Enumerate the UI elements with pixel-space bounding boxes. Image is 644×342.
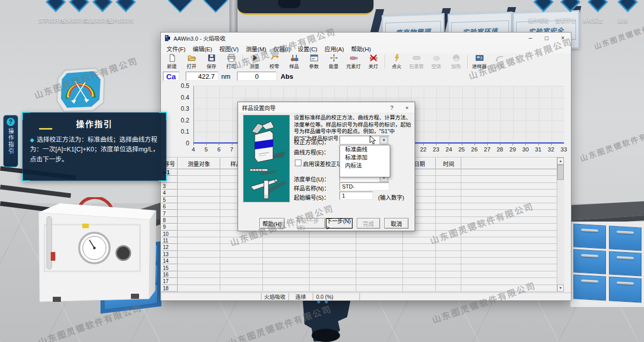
table-cell[interactable]: [403, 264, 436, 271]
table-cell[interactable]: [310, 251, 356, 258]
table-cell[interactable]: [220, 271, 263, 278]
toolbar-button-print[interactable]: 打印: [221, 53, 241, 70]
toolbar-button-lamp-on[interactable]: 元素灯: [344, 53, 363, 70]
table-cell[interactable]: [403, 271, 436, 278]
toolbar-button-new[interactable]: 新建: [162, 53, 182, 70]
help-button[interactable]: 帮助(H): [259, 218, 285, 229]
hud-item-image-knowledge[interactable]: 图片知识点: [98, 0, 144, 24]
table-cell[interactable]: [436, 197, 461, 203]
menu-edit[interactable]: 编辑(E): [189, 45, 216, 53]
table-cell[interactable]: [436, 217, 461, 224]
table-cell[interactable]: [310, 285, 356, 292]
table-cell[interactable]: [220, 278, 263, 285]
sample-name-field[interactable]: STD-: [340, 182, 389, 191]
table-cell[interactable]: [220, 244, 263, 251]
table-cell[interactable]: [436, 258, 461, 264]
table-cell[interactable]: [403, 251, 436, 258]
toolbar-button-autosampler[interactable]: 进样器: [469, 53, 489, 70]
table-cell[interactable]: [461, 210, 564, 216]
error-correction-checkbox[interactable]: [295, 160, 301, 166]
table-cell[interactable]: [178, 271, 220, 278]
table-cell[interactable]: [263, 285, 310, 292]
table-cell[interactable]: [356, 251, 403, 258]
table-cell[interactable]: [356, 271, 403, 278]
table-cell[interactable]: [436, 210, 461, 216]
table-cell[interactable]: [178, 251, 220, 258]
table-cell[interactable]: [220, 258, 263, 264]
table-cell[interactable]: [403, 237, 436, 244]
table-cell[interactable]: [436, 244, 461, 251]
table-cell[interactable]: [178, 231, 220, 237]
table-cell[interactable]: [461, 264, 564, 271]
table-cell[interactable]: [403, 231, 436, 237]
table-cell[interactable]: [310, 278, 356, 285]
table-cell[interactable]: [403, 258, 436, 264]
table-cell[interactable]: [436, 231, 461, 237]
table-cell[interactable]: [220, 251, 263, 258]
table-cell[interactable]: [356, 244, 403, 251]
chevron-down-icon[interactable]: ▼: [380, 137, 388, 144]
table-cell[interactable]: [461, 197, 564, 203]
table-cell[interactable]: [178, 244, 220, 251]
scroll-up-icon[interactable]: ▲: [557, 158, 564, 165]
menu-file[interactable]: 文件(F): [163, 45, 189, 53]
table-cell[interactable]: [220, 237, 263, 244]
table-cell[interactable]: [220, 231, 263, 237]
table-cell[interactable]: [436, 237, 461, 244]
menu-instrument[interactable]: 仪器(I): [270, 45, 294, 53]
table-cell[interactable]: [220, 285, 263, 292]
toolbar-button-zero[interactable]: 校零: [264, 53, 284, 70]
guide-tab[interactable]: ? 操作指引: [3, 115, 18, 167]
scrollbar-thumb[interactable]: [557, 165, 564, 180]
table-cell[interactable]: [403, 244, 436, 251]
table-cell[interactable]: [178, 169, 220, 176]
table-cell[interactable]: [178, 224, 220, 230]
dialog-help-icon[interactable]: ?: [384, 102, 399, 113]
table-cell[interactable]: [403, 278, 436, 285]
dialog-close-icon[interactable]: ×: [399, 102, 415, 113]
toolbar-button-sample[interactable]: 样品: [284, 53, 304, 70]
table-cell[interactable]: [356, 285, 403, 292]
table-cell[interactable]: [461, 278, 564, 285]
dropdown-option-standard-curve[interactable]: 标准曲线: [340, 145, 390, 153]
table-cell[interactable]: [263, 237, 310, 244]
table-cell[interactable]: [461, 244, 564, 251]
toolbar-button-params[interactable]: 参数: [304, 53, 324, 70]
menu-settings[interactable]: 设置(C): [294, 45, 321, 53]
table-cell[interactable]: [178, 217, 220, 224]
table-cell[interactable]: [220, 264, 263, 271]
table-cell[interactable]: [436, 183, 461, 190]
table-cell[interactable]: [310, 271, 356, 278]
table-cell[interactable]: [356, 237, 403, 244]
table-cell[interactable]: [436, 190, 461, 196]
table-cell[interactable]: [263, 264, 310, 271]
table-cell[interactable]: [178, 264, 220, 271]
table-cell[interactable]: [178, 197, 220, 203]
table-cell[interactable]: [310, 237, 356, 244]
toolbar-button-lamp-off[interactable]: 关灯: [363, 53, 383, 70]
menu-measure[interactable]: 测量(M): [242, 45, 269, 53]
table-cell[interactable]: [403, 285, 436, 292]
table-cell[interactable]: [263, 231, 310, 237]
next-button[interactable]: 下一步(N) >: [326, 218, 353, 229]
dropdown-option-internal-standard[interactable]: 内标法: [340, 162, 390, 170]
toolbar-button-energy[interactable]: 能量: [324, 53, 344, 70]
toolbar-button-save[interactable]: 保存: [201, 53, 221, 70]
start-number-field[interactable]: 1: [340, 192, 373, 200]
table-cell[interactable]: [178, 237, 220, 244]
dropdown-option-standard-addition[interactable]: 标准添加: [340, 153, 390, 162]
table-cell[interactable]: [178, 285, 220, 292]
table-cell[interactable]: [461, 271, 564, 278]
menu-application[interactable]: 应用(A): [321, 45, 347, 53]
hud-item-exit[interactable]: 退出: [600, 0, 644, 24]
table-cell[interactable]: [436, 271, 461, 278]
table-cell[interactable]: [436, 264, 461, 271]
table-cell[interactable]: [461, 190, 564, 196]
table-cell[interactable]: [263, 271, 310, 278]
table-cell[interactable]: [436, 278, 461, 285]
minimize-button[interactable]: –: [522, 33, 538, 44]
table-cell[interactable]: [178, 203, 220, 210]
table-cell[interactable]: [461, 231, 564, 237]
table-cell[interactable]: [178, 183, 220, 190]
table-cell[interactable]: [461, 203, 564, 210]
